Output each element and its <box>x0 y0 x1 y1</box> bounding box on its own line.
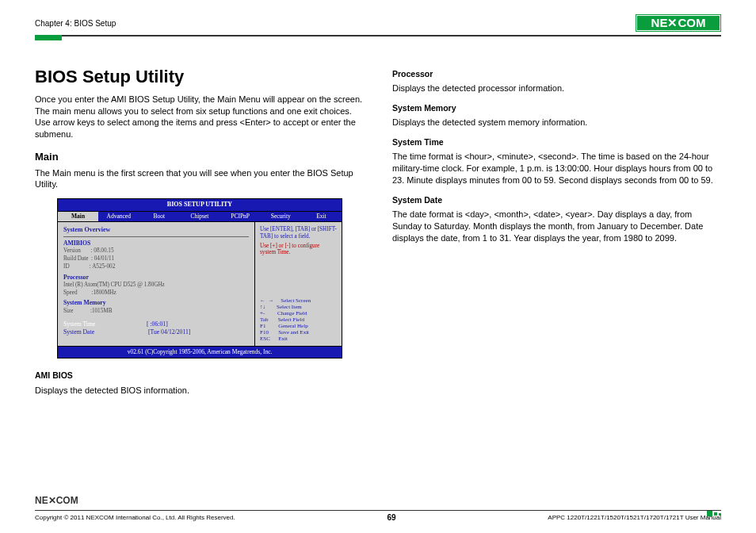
sysmem-desc: Displays the detected system memory info… <box>392 117 721 128</box>
bios-title: BIOS SETUP UTILITY <box>57 198 342 211</box>
ami-bios-label: AMI BIOS <box>35 370 364 381</box>
bios-tabs: Main Advanced Boot Chipset PCIPnP Securi… <box>57 211 342 221</box>
intro-paragraph: Once you enter the AMI BIOS Setup Utilit… <box>35 94 364 140</box>
bios-key-tab: Tab Select Field <box>260 316 337 323</box>
main-desc: The Main menu is the first screen that y… <box>35 167 364 191</box>
bios-processor: Processor <box>63 274 249 282</box>
bios-sysdate-label: System Date <box>63 328 147 336</box>
page-number: 69 <box>387 513 395 522</box>
bios-systime-label: System Time <box>63 320 147 328</box>
ami-bios-desc: Displays the detected BIOS information. <box>35 385 364 397</box>
bios-id: ID : A525-002 <box>63 263 249 271</box>
bios-speed: Speed :1800MHz <box>63 290 249 297</box>
svg-text:NE✕COM: NE✕COM <box>35 495 78 505</box>
bottom-rule <box>35 510 721 511</box>
bios-key-item: ↑↓ Select Item <box>260 304 337 310</box>
sysmem-label: System Memory <box>392 102 721 113</box>
bios-version: Version : 08.00.15 <box>63 247 249 255</box>
bios-overview: System Overview <box>63 226 249 237</box>
bios-key-f1: F1 General Help <box>260 323 337 329</box>
bios-tab-chipset: Chipset <box>179 212 220 221</box>
chapter-label: Chapter 4: BIOS Setup <box>35 19 116 28</box>
brand-logo-top: NE✕COM <box>636 14 721 32</box>
page-title: BIOS Setup Utility <box>35 65 364 89</box>
bios-sysmem: System Memory <box>63 299 249 307</box>
bios-tab-boot: Boot <box>139 212 179 221</box>
systime-desc: The time format is <hour>, <minute>, <se… <box>392 151 721 186</box>
bios-cpu: Intel (R) Atom(TM) CPU D525 @ 1.80GHz <box>63 282 249 290</box>
top-rule <box>35 35 721 36</box>
bios-screenshot: BIOS SETUP UTILITY Main Advanced Boot Ch… <box>57 198 342 359</box>
bios-tab-exit: Exit <box>301 212 342 221</box>
bios-help2: Use [+] or [-] to configure system Time. <box>260 243 337 256</box>
sysdate-desc: The date format is <day>, <month>, <date… <box>392 209 721 244</box>
sysdate-label: System Date <box>392 194 721 205</box>
bios-tab-pcipnp: PCIPnP <box>220 212 261 221</box>
green-accent-tab <box>35 35 62 40</box>
processor-desc: Displays the detected processor informat… <box>392 82 721 94</box>
copyright: Copyright © 2011 NEXCOM International Co… <box>35 514 235 521</box>
bios-size: Size :1015MB <box>63 308 249 316</box>
bios-amibios: AMIBIOS <box>63 240 249 247</box>
bios-footer: v02.61 (C)Copyright 1985-2006, American … <box>57 347 342 359</box>
bios-build: Build Date : 04/01/11 <box>63 255 249 263</box>
main-heading: Main <box>35 150 364 164</box>
brand-logo-bottom: NE✕COM <box>35 494 721 508</box>
bios-help1: Use [ENTER], [TAB] or [SHIFT-TAB] to sel… <box>260 226 337 240</box>
bios-key-esc: ESC Exit <box>260 336 337 342</box>
bios-key-f10: F10 Save and Exit <box>260 329 337 336</box>
svg-text:NE✕COM: NE✕COM <box>651 16 706 29</box>
processor-label: Processor <box>392 68 721 79</box>
bios-tab-main: Main <box>58 212 98 221</box>
bios-tab-advanced: Advanced <box>98 212 139 221</box>
green-squares-icon <box>707 505 721 520</box>
bios-tab-security: Security <box>261 212 301 221</box>
manual-name: APPC 1220T/1221T/1520T/1521T/1720T/1721T… <box>548 514 721 521</box>
bios-sysdate-val: [Tue 04/12/2011] <box>148 328 190 336</box>
bios-keys: ← → Select Screen ↑↓ Select Item +- Chan… <box>260 297 337 342</box>
bios-systime-val: [ :06:01] <box>147 320 168 328</box>
bios-key-screen: ← → Select Screen <box>260 297 337 304</box>
bios-key-change: +- Change Field <box>260 310 337 316</box>
systime-label: System Time <box>392 136 721 148</box>
